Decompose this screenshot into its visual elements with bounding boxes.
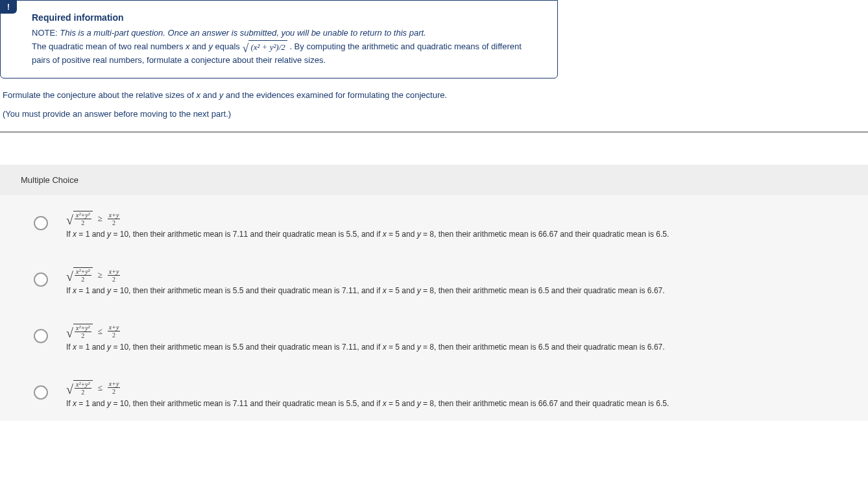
relation-symbol: ≤ bbox=[97, 326, 104, 337]
option-evidence: If x = 1 and y = 10, then their arithmet… bbox=[66, 342, 847, 353]
option-content: √x²+y²2 ≤ x+y2 If x = 1 and y = 10, then… bbox=[66, 324, 847, 353]
option-content: √x²+y²2 ≥ x+y2 If x = 1 and y = 10, then… bbox=[66, 267, 847, 296]
multiple-choice-container: Multiple Choice √x²+y²2 ≥ x+y2 If x = 1 … bbox=[0, 165, 868, 420]
prompt-text: and bbox=[200, 90, 219, 100]
description-text: The quadratic mean of two real numbers x… bbox=[32, 40, 536, 66]
option-formula: √x²+y²2 ≥ x+y2 bbox=[66, 267, 847, 283]
prompt-block: Formulate the conjecture about the relat… bbox=[0, 90, 868, 132]
desc-part: The quadratic mean of two real numbers bbox=[32, 42, 186, 51]
option-row[interactable]: √x²+y²2 ≥ x+y2 If x = 1 and y = 10, then… bbox=[0, 256, 868, 308]
radio-button[interactable] bbox=[34, 272, 48, 287]
radio-button[interactable] bbox=[34, 329, 48, 343]
info-badge-icon: ! bbox=[0, 0, 17, 14]
required-heading: Required information bbox=[32, 12, 536, 23]
prompt-line-1: Formulate the conjecture about the relat… bbox=[3, 90, 865, 100]
relation-symbol: ≥ bbox=[97, 213, 104, 224]
prompt-line-2: (You must provide an answer before movin… bbox=[3, 109, 865, 119]
option-formula: √x²+y²2 ≥ x+y2 bbox=[66, 211, 847, 226]
radio-button[interactable] bbox=[34, 385, 48, 400]
note-label: NOTE: bbox=[32, 28, 58, 38]
option-formula: √x²+y²2 ≤ x+y2 bbox=[66, 380, 847, 396]
note-text: This is a multi-part question. Once an a… bbox=[60, 28, 426, 38]
note-line: NOTE: This is a multi-part question. Onc… bbox=[32, 28, 536, 38]
required-info-box: ! Required information NOTE: This is a m… bbox=[0, 0, 558, 78]
option-content: √x²+y²2 ≥ x+y2 If x = 1 and y = 10, then… bbox=[66, 211, 847, 240]
desc-part: and bbox=[190, 42, 209, 51]
option-content: √x²+y²2 ≤ x+y2 If x = 1 and y = 10, then… bbox=[66, 380, 847, 409]
radio-button[interactable] bbox=[34, 216, 48, 230]
desc-part: equals bbox=[213, 42, 243, 51]
relation-symbol: ≥ bbox=[97, 269, 104, 281]
option-formula: √x²+y²2 ≤ x+y2 bbox=[66, 324, 847, 339]
prompt-text: and the evidences examined for formulati… bbox=[223, 90, 447, 100]
formula-sqrt: √(x² + y²)/2 bbox=[242, 40, 287, 54]
option-row[interactable]: √x²+y²2 ≥ x+y2 If x = 1 and y = 10, then… bbox=[0, 199, 868, 252]
relation-symbol: ≤ bbox=[97, 382, 104, 394]
option-row[interactable]: √x²+y²2 ≤ x+y2 If x = 1 and y = 10, then… bbox=[0, 312, 868, 365]
option-evidence: If x = 1 and y = 10, then their arithmet… bbox=[66, 229, 847, 240]
mc-header: Multiple Choice bbox=[0, 165, 868, 195]
option-evidence: If x = 1 and y = 10, then their arithmet… bbox=[66, 285, 847, 296]
option-evidence: If x = 1 and y = 10, then their arithmet… bbox=[66, 398, 847, 409]
prompt-text: Formulate the conjecture about the relat… bbox=[3, 90, 196, 100]
option-row[interactable]: √x²+y²2 ≤ x+y2 If x = 1 and y = 10, then… bbox=[0, 368, 868, 421]
